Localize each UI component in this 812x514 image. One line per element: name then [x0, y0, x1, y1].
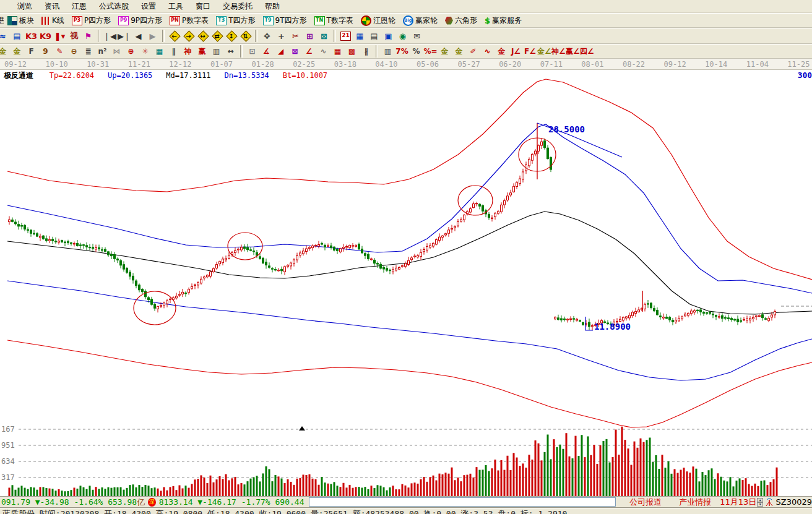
- gold-red-icon[interactable]: 金: [495, 45, 509, 58]
- gold-comb-icon[interactable]: 金: [0, 45, 10, 58]
- menu-item-3[interactable]: 公式选股: [93, 0, 135, 13]
- f-angle-icon[interactable]: F∠: [523, 45, 537, 58]
- pctline-icon[interactable]: %=: [423, 45, 438, 58]
- toolbar-button-winner-service[interactable]: $赢家服务: [485, 15, 522, 26]
- shen-icon[interactable]: 神: [181, 45, 195, 58]
- mirror-icon[interactable]: ⋈: [110, 45, 124, 58]
- gold-circle-icon[interactable]: 金: [438, 45, 452, 58]
- menu-item-8[interactable]: 帮助: [259, 0, 286, 13]
- prev-icon[interactable]: ◀: [131, 29, 145, 43]
- measure-pen-icon[interactable]: ✐: [466, 45, 480, 58]
- j-angle-icon[interactable]: J∠: [509, 45, 523, 58]
- last-icon[interactable]: ▶❘: [117, 29, 131, 43]
- grid-target-icon[interactable]: ▦: [152, 45, 166, 58]
- menu-item-0[interactable]: 浏览: [11, 0, 38, 13]
- diamond-hexpand-icon[interactable]: ↔: [196, 29, 210, 43]
- toolbar-button-p9-square[interactable]: P99P四方形: [118, 15, 162, 26]
- mail-icon[interactable]: ✉: [410, 29, 424, 43]
- comb-icon[interactable]: ≣: [81, 45, 95, 58]
- ying-icon[interactable]: 赢: [195, 45, 209, 58]
- time-grid-icon[interactable]: ▩: [345, 45, 359, 58]
- first-icon[interactable]: ❘◀: [103, 29, 117, 43]
- si-angle-icon[interactable]: 四∠: [580, 45, 594, 58]
- toolbar-button-gann-wheel[interactable]: 江恩轮: [361, 15, 395, 26]
- menu-item-6[interactable]: 窗口: [189, 0, 217, 13]
- hand-icon[interactable]: ✥: [260, 29, 274, 43]
- zigzag-icon[interactable]: ∿: [316, 45, 330, 58]
- notepad-icon[interactable]: ▤: [367, 29, 381, 43]
- gold-comb2-icon[interactable]: 金: [10, 45, 24, 58]
- industry-news-link[interactable]: 产业情报: [679, 497, 711, 508]
- gold-angle-icon[interactable]: 金∠: [537, 45, 551, 58]
- bars9-icon[interactable]: K9: [38, 29, 53, 43]
- toolbar-button-blocks[interactable]: 板块: [7, 15, 34, 26]
- toolbar-button-p-number[interactable]: PNP数字表: [170, 15, 209, 26]
- volume-bar: [451, 468, 453, 496]
- volume-bar: [176, 490, 178, 496]
- parallel-icon[interactable]: ∦: [359, 45, 373, 58]
- n2-icon[interactable]: n²: [95, 45, 110, 58]
- calendar-icon[interactable]: 21: [339, 29, 353, 43]
- f-comb-icon[interactable]: F: [24, 45, 38, 58]
- kline-mark-icon[interactable]: ∥: [166, 45, 181, 58]
- toolbar-button-t9-square[interactable]: T99T四方形: [263, 15, 307, 26]
- crosshair-icon[interactable]: +: [274, 29, 288, 43]
- date-spinner[interactable]: ▲▼: [757, 498, 763, 507]
- fan-box-icon[interactable]: ◢: [274, 45, 288, 58]
- width-icon[interactable]: ↔: [223, 45, 238, 58]
- gann-fan-icon[interactable]: ∡: [259, 45, 274, 58]
- toolbar-button-winner-wheel[interactable]: Big赢家轮: [403, 15, 438, 26]
- pct7-icon[interactable]: 7%: [395, 45, 409, 58]
- volume-bar: [702, 472, 704, 496]
- company-news-link[interactable]: 公司报道: [629, 497, 662, 508]
- price-grid-icon[interactable]: ▦: [330, 45, 345, 58]
- menu-item-7[interactable]: 交易委托: [217, 0, 259, 13]
- toolbar-button-t-square[interactable]: T3T四方形: [216, 15, 255, 26]
- menu-item-1[interactable]: 资讯: [38, 0, 66, 13]
- wave-icon[interactable]: ≈: [0, 29, 10, 43]
- spiderweb-icon[interactable]: ✳: [138, 45, 152, 58]
- bars3-icon[interactable]: K3: [24, 29, 38, 43]
- pct-icon[interactable]: %: [409, 45, 423, 58]
- diamond-vcompress-icon[interactable]: ⇅: [238, 29, 253, 43]
- calculator-icon[interactable]: ▦: [353, 29, 367, 43]
- status-input[interactable]: [309, 497, 616, 507]
- toolbar-button-hexagon[interactable]: 六角形: [445, 15, 477, 26]
- ruler-icon[interactable]: ▥: [209, 45, 223, 58]
- circle-comb-icon[interactable]: ⊖: [67, 45, 81, 58]
- spinner-down-icon[interactable]: ▼: [757, 502, 763, 507]
- nine-spiral-icon[interactable]: 9: [38, 45, 53, 58]
- shen-angle-icon[interactable]: 神∠: [551, 45, 566, 58]
- toolbar-button-p-square[interactable]: P3P四方形: [72, 15, 111, 26]
- pattern-icon[interactable]: ⊠: [317, 29, 331, 43]
- diamond-left-icon[interactable]: ←: [167, 29, 181, 43]
- menu-item-4[interactable]: 设置: [135, 0, 162, 13]
- angle-line-icon[interactable]: ∠: [302, 45, 316, 58]
- ying-angle-icon[interactable]: 赢∠: [566, 45, 580, 58]
- menu-item-2[interactable]: 江恩: [66, 0, 93, 13]
- link-icon[interactable]: ⊞: [303, 29, 317, 43]
- gold-wave-icon[interactable]: ∿: [480, 45, 495, 58]
- toolbar-button-kline[interactable]: K线: [41, 15, 64, 26]
- pen-icon[interactable]: ✎: [53, 45, 67, 58]
- fan-box2-icon[interactable]: ⊠: [288, 45, 302, 58]
- scale-icon[interactable]: ▥: [381, 45, 395, 58]
- kline-settings-icon[interactable]: 视: [67, 29, 81, 43]
- toolbar-button-t-number[interactable]: TNT数字表: [314, 15, 353, 26]
- menu-item-5[interactable]: 工具: [162, 0, 189, 13]
- gann-box-icon[interactable]: ⊡: [245, 45, 259, 58]
- spinner-up-icon[interactable]: ▲: [757, 498, 763, 502]
- scissors-icon[interactable]: ✂: [288, 29, 303, 43]
- notes-icon[interactable]: ▤: [10, 29, 24, 43]
- diamond-vexpand-icon[interactable]: ↕: [224, 29, 238, 43]
- next-icon[interactable]: ▶: [145, 29, 160, 43]
- candle-style-icon[interactable]: ❚▾: [53, 29, 67, 43]
- globe-icon[interactable]: ◉: [395, 29, 410, 43]
- diamond-hcompress-icon[interactable]: ⇄: [210, 29, 224, 43]
- gold-line-icon[interactable]: 金: [452, 45, 466, 58]
- flag-icon[interactable]: ⚑: [81, 29, 95, 43]
- chart-canvas[interactable]: 28.500011.8900167951634317: [0, 70, 812, 496]
- save-icon[interactable]: ▣: [381, 29, 395, 43]
- diamond-right-icon[interactable]: →: [181, 29, 196, 43]
- crosshair-circle-icon[interactable]: ⊕: [124, 45, 138, 58]
